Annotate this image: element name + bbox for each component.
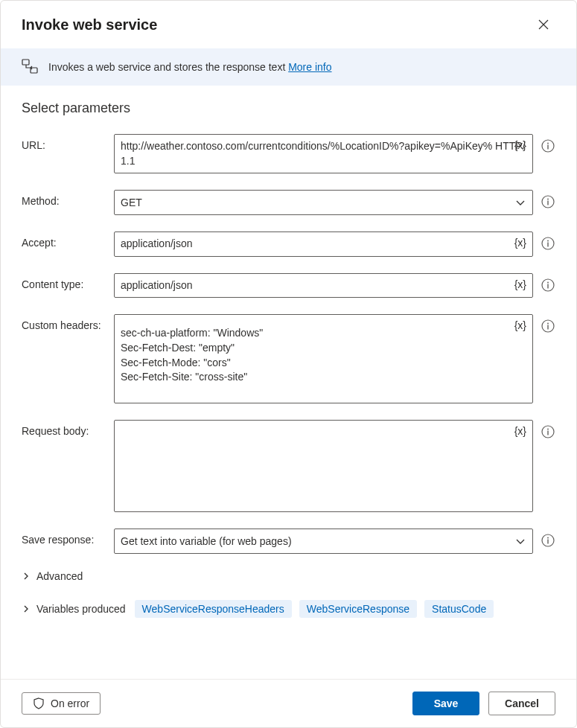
svg-point-9: [547, 240, 549, 242]
label-method: Method:: [22, 190, 114, 207]
svg-point-6: [547, 199, 549, 200]
info-icon: [541, 195, 555, 208]
svg-rect-0: [22, 60, 29, 65]
info-icon: [541, 278, 555, 292]
row-method: Method: GET: [22, 190, 555, 215]
dialog-content: Select parameters URL: http://weather.co…: [1, 86, 576, 679]
chip-response[interactable]: WebServiceResponse: [299, 600, 417, 618]
variables-produced-expander[interactable]: Variables produced WebServiceResponseHea…: [22, 600, 555, 618]
info-icon: [541, 425, 555, 438]
info-icon: [541, 319, 555, 333]
svg-rect-13: [547, 284, 548, 288]
svg-point-15: [547, 323, 549, 325]
label-accept: Accept:: [22, 232, 114, 249]
custom-headers-value: sec-ch-ua-platform: "Windows" Sec-Fetch-…: [115, 322, 532, 396]
variables-chips: WebServiceResponseHeaders WebServiceResp…: [135, 600, 494, 618]
info-text: Invokes a web service and stores the res…: [48, 61, 285, 73]
content-type-value: application/json: [115, 274, 532, 298]
dialog-footer: On error Save Cancel: [1, 679, 576, 727]
svg-rect-16: [547, 325, 548, 330]
url-value: http://weather.contoso.com/currentcondit…: [115, 135, 532, 173]
svg-rect-7: [547, 201, 548, 205]
variable-picker-button[interactable]: {x}: [513, 235, 528, 250]
help-icon-save-response[interactable]: [541, 533, 555, 548]
accept-value: application/json: [115, 232, 532, 256]
method-select[interactable]: GET: [114, 190, 533, 215]
row-custom-headers: Custom headers: sec-ch-ua-platform: "Win…: [22, 314, 555, 403]
variable-picker-button[interactable]: {x}: [513, 277, 528, 292]
dialog-title: Invoke web service: [22, 16, 157, 33]
chevron-right-icon: [22, 604, 31, 613]
svg-rect-22: [547, 540, 548, 544]
help-icon-url[interactable]: [541, 138, 555, 153]
web-service-icon: [22, 59, 38, 75]
variable-picker-button[interactable]: {x}: [513, 138, 528, 153]
label-content-type: Content type:: [22, 273, 114, 290]
chip-status-code[interactable]: StatusCode: [424, 600, 494, 618]
svg-rect-4: [547, 145, 548, 150]
cancel-button[interactable]: Cancel: [488, 692, 555, 715]
svg-rect-10: [547, 243, 548, 247]
help-icon-content-type[interactable]: [541, 278, 555, 293]
variable-picker-button[interactable]: {x}: [513, 318, 528, 333]
footer-actions: Save Cancel: [412, 692, 555, 715]
svg-point-3: [547, 143, 549, 144]
dialog: Invoke web service Invokes a web service…: [0, 0, 577, 728]
label-custom-headers: Custom headers:: [22, 314, 114, 331]
method-value: GET: [121, 197, 514, 208]
variables-produced-label: Variables produced: [36, 603, 126, 615]
info-icon: [541, 237, 555, 250]
row-save-response: Save response: Get text into variable (f…: [22, 529, 555, 554]
request-body-value: [115, 421, 532, 511]
chip-response-headers[interactable]: WebServiceResponseHeaders: [135, 600, 292, 618]
close-icon: [538, 19, 549, 30]
row-url: URL: http://weather.contoso.com/currentc…: [22, 134, 555, 173]
row-accept: Accept: application/json {x}: [22, 232, 555, 257]
info-text-container: Invokes a web service and stores the res…: [48, 61, 332, 73]
advanced-expander[interactable]: Advanced: [22, 570, 555, 582]
url-input[interactable]: http://weather.contoso.com/currentcondit…: [114, 134, 533, 173]
svg-point-12: [547, 281, 549, 283]
custom-headers-input[interactable]: sec-ch-ua-platform: "Windows" Sec-Fetch-…: [114, 314, 533, 403]
save-response-value: Get text into variable (for web pages): [121, 535, 514, 547]
save-button[interactable]: Save: [412, 692, 479, 715]
save-response-select[interactable]: Get text into variable (for web pages): [114, 529, 533, 554]
accept-input[interactable]: application/json {x}: [114, 232, 533, 257]
content-type-input[interactable]: application/json {x}: [114, 273, 533, 298]
label-url: URL:: [22, 134, 114, 151]
svg-point-18: [547, 429, 549, 430]
request-body-input[interactable]: {x}: [114, 420, 533, 512]
row-request-body: Request body: {x}: [22, 420, 555, 512]
chevron-down-icon: [514, 197, 526, 208]
help-icon-accept[interactable]: [541, 236, 555, 251]
more-info-link[interactable]: More info: [288, 61, 331, 73]
chevron-down-icon: [514, 535, 526, 547]
info-icon: [541, 139, 555, 153]
info-banner: Invokes a web service and stores the res…: [1, 48, 576, 86]
variable-picker-button[interactable]: {x}: [513, 424, 528, 438]
svg-point-21: [547, 537, 549, 539]
on-error-button[interactable]: On error: [22, 692, 101, 715]
info-icon: [541, 534, 555, 547]
on-error-label: On error: [51, 697, 89, 709]
chevron-right-icon: [22, 572, 31, 581]
row-content-type: Content type: application/json {x}: [22, 273, 555, 298]
dialog-header: Invoke web service: [1, 1, 576, 48]
close-button[interactable]: [532, 13, 555, 36]
section-title: Select parameters: [22, 100, 555, 116]
help-icon-request-body[interactable]: [541, 424, 555, 439]
svg-rect-19: [547, 431, 548, 435]
shield-icon: [33, 697, 45, 709]
advanced-label: Advanced: [36, 570, 83, 582]
label-request-body: Request body:: [22, 420, 114, 437]
help-icon-method[interactable]: [541, 194, 555, 209]
label-save-response: Save response:: [22, 529, 114, 546]
help-icon-custom-headers[interactable]: [541, 319, 555, 333]
